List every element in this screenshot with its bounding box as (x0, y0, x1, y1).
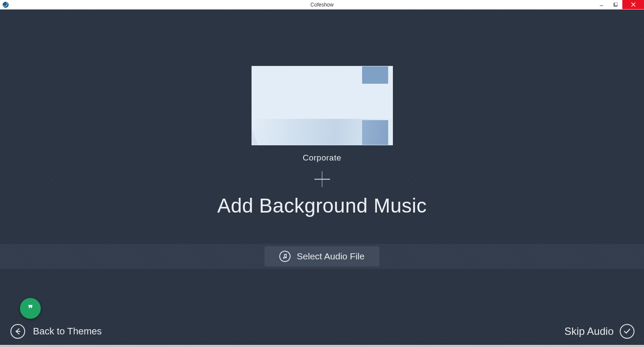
window-controls (595, 0, 644, 9)
select-audio-button[interactable]: Select Audio File (265, 246, 379, 266)
skip-label: Skip Audio (565, 325, 614, 337)
check-icon (620, 324, 634, 339)
theme-name: Corporate (303, 153, 341, 163)
app-body: Corporate Add Background Music Select Au… (0, 10, 644, 347)
quote-icon: ❞ (28, 304, 33, 313)
plus-icon (314, 171, 330, 187)
arrow-left-icon (10, 324, 25, 339)
skip-audio-button[interactable]: Skip Audio (565, 324, 634, 339)
svg-rect-2 (615, 3, 618, 6)
chat-fab[interactable]: ❞ (20, 298, 41, 319)
page-heading: Add Background Music (217, 194, 427, 217)
back-label: Back to Themes (33, 326, 102, 337)
select-audio-bar: Select Audio File (0, 244, 644, 269)
os-taskbar-sliver (0, 345, 644, 347)
select-audio-label: Select Audio File (297, 251, 364, 262)
music-note-icon (279, 251, 291, 262)
minimize-button[interactable] (595, 0, 608, 9)
close-button[interactable] (622, 0, 644, 9)
back-to-themes-button[interactable]: Back to Themes (10, 324, 102, 339)
maximize-button[interactable] (608, 0, 622, 9)
window-title: Cofeshow (311, 2, 333, 8)
footer-nav: Back to Themes Skip Audio (0, 320, 644, 343)
app-icon (3, 2, 9, 8)
theme-thumbnail[interactable] (252, 66, 393, 145)
window-titlebar: Cofeshow (0, 0, 644, 10)
